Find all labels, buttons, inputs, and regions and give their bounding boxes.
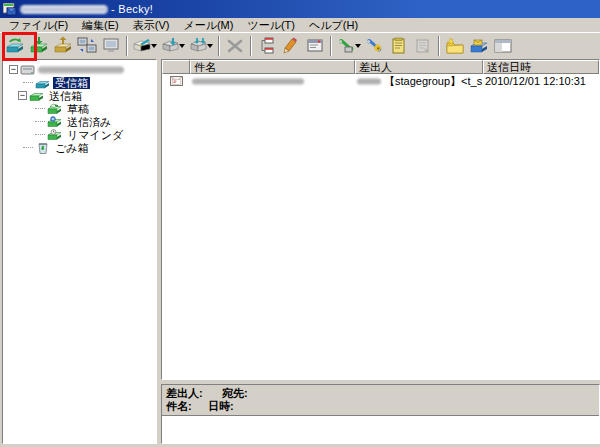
toolbar-separator <box>438 36 440 56</box>
tree-item-trash[interactable]: ごみ箱 <box>3 141 156 154</box>
plugin-wrench-button[interactable] <box>363 34 387 58</box>
preview-to-label: 宛先: <box>222 387 248 400</box>
delete-button[interactable] <box>223 34 247 58</box>
plugin-wrench-icon <box>365 37 385 55</box>
receive-mail-button[interactable] <box>27 34 51 58</box>
forward-icon <box>188 36 208 55</box>
memo-pad-icon <box>391 37 407 55</box>
tree-item-reminder-label[interactable]: リマインダ <box>65 129 125 141</box>
tree-account-row[interactable] <box>3 63 156 76</box>
column-header-date[interactable]: 送信日時 <box>483 60 599 74</box>
message-row[interactable]: 【stagegroup】<t_s.. 2010/12/01 12:10:31 <box>162 74 599 88</box>
receive-mail-icon <box>29 36 49 55</box>
preview-panel: 差出人:宛先: 件名:日時: <box>161 384 600 444</box>
new-folder-icon <box>445 37 465 55</box>
toolbar-separator <box>250 36 252 56</box>
column-header-sender[interactable]: 差出人 <box>355 60 483 74</box>
becky-mail-window: { "window": { "title": "- Becky!", "titl… <box>0 0 600 447</box>
pane-layout-button[interactable] <box>491 34 515 58</box>
remote-pc-button[interactable] <box>99 34 123 58</box>
toolbar-separator <box>218 36 220 56</box>
check-mail-icon <box>5 36 25 55</box>
inbox-icon <box>35 77 51 89</box>
properties-button[interactable] <box>303 34 327 58</box>
preview-body[interactable] <box>162 416 599 443</box>
preview-date-label: 日時: <box>208 400 234 413</box>
tree-connector <box>35 134 45 135</box>
menu-help[interactable]: ヘルプ(H) <box>302 19 365 32</box>
preview-header: 差出人:宛先: 件名:日時: <box>162 385 599 416</box>
toolbar-separator <box>126 36 128 56</box>
open-mailbox-icon <box>469 37 489 55</box>
collapse-expander-icon[interactable] <box>9 65 18 74</box>
filtering-button[interactable] <box>335 34 357 58</box>
tree-connector <box>35 121 45 122</box>
menu-tools[interactable]: ツール(T) <box>240 19 302 32</box>
tree-item-sent[interactable]: 送信済み <box>3 115 156 128</box>
mailbox-computer-icon <box>20 64 36 76</box>
pane-layout-icon <box>493 38 513 54</box>
tree-item-inbox[interactable]: 受信箱 <box>3 76 156 89</box>
compose-dropdown-caret[interactable] <box>151 44 157 48</box>
menu-edit[interactable]: 編集(E) <box>75 19 126 32</box>
forward-dropdown-caret[interactable] <box>207 44 213 48</box>
reminder-icon <box>47 129 63 141</box>
mailbox-tree-button[interactable] <box>255 34 279 58</box>
remote-transfer-icon <box>77 36 97 55</box>
reply-dropdown-caret[interactable] <box>179 44 185 48</box>
trash-icon <box>35 142 51 154</box>
reply-button[interactable] <box>159 34 181 58</box>
title-bar[interactable]: - Becky! <box>0 0 600 18</box>
menu-bar: ファイル(F) 編集(E) 表示(V) メール(M) ツール(T) ヘルプ(H) <box>0 18 600 32</box>
sent-icon <box>47 116 63 128</box>
preview-subject-label: 件名: <box>166 400 208 413</box>
toolbar <box>0 32 600 59</box>
mail-envelope-icon <box>170 76 183 86</box>
message-icon-cell <box>162 76 190 86</box>
message-list-panel: 件名 差出人 送信日時 【stagegroup】<t_s.. 2010/12/0… <box>161 59 600 380</box>
tree-item-inbox-label[interactable]: 受信箱 <box>53 77 90 89</box>
send-mail-icon <box>53 36 73 55</box>
menu-view[interactable]: 表示(V) <box>126 19 177 32</box>
becky-app-icon <box>3 3 17 16</box>
window-title: - Becky! <box>111 3 153 15</box>
tree-item-reminder[interactable]: リマインダ <box>3 128 156 141</box>
tree-connector <box>23 147 33 148</box>
menu-mail[interactable]: メール(M) <box>176 19 240 32</box>
delete-icon <box>226 38 244 54</box>
subject-redacted <box>192 78 304 85</box>
open-mailbox-button[interactable] <box>467 34 491 58</box>
message-subject-cell <box>190 75 355 87</box>
tree-item-outbox-label[interactable]: 送信箱 <box>47 90 84 102</box>
send-mail-button[interactable] <box>51 34 75 58</box>
new-folder-button[interactable] <box>443 34 467 58</box>
folder-tree-panel: 受信箱 送信箱 草稿 <box>2 59 157 444</box>
preview-header-line2: 件名:日時: <box>166 400 599 413</box>
tree-item-trash-label[interactable]: ごみ箱 <box>53 142 91 154</box>
mailbox-tree-icon <box>258 37 276 55</box>
preview-from-label: 差出人: <box>166 387 222 400</box>
forward-button[interactable] <box>187 34 209 58</box>
column-header-subject[interactable]: 件名 <box>190 60 355 74</box>
template-button[interactable] <box>411 34 435 58</box>
tree-item-draft[interactable]: 草稿 <box>3 102 156 115</box>
reply-icon <box>160 36 180 55</box>
compose-button[interactable] <box>131 34 153 58</box>
edit-pencil-button[interactable] <box>279 34 303 58</box>
memo-pad-button[interactable] <box>387 34 411 58</box>
tree-item-outbox[interactable]: 送信箱 <box>3 89 156 102</box>
preview-header-line1: 差出人:宛先: <box>166 387 599 400</box>
column-header-icon[interactable] <box>162 60 190 74</box>
toolbar-separator <box>330 36 332 56</box>
sender-name-redacted <box>357 78 381 85</box>
collapse-expander-icon[interactable] <box>18 91 27 100</box>
remote-transfer-button[interactable] <box>75 34 99 58</box>
check-mail-button[interactable] <box>3 34 27 58</box>
account-name-redacted <box>38 66 124 74</box>
edit-pencil-icon <box>283 37 299 55</box>
menu-file[interactable]: ファイル(F) <box>2 19 75 32</box>
tree-item-draft-label[interactable]: 草稿 <box>65 103 91 115</box>
tree-item-sent-label[interactable]: 送信済み <box>65 116 113 128</box>
outbox-icon <box>29 90 45 102</box>
filtering-dropdown-caret[interactable] <box>355 44 361 48</box>
